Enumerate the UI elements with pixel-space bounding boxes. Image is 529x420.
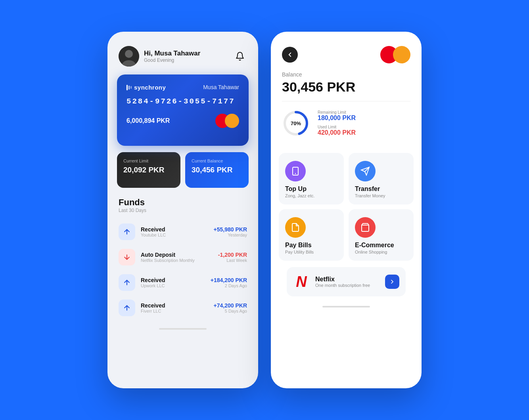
used-value: 420,000 PKR — [318, 129, 356, 136]
transaction-left: Received Upwork LLC — [119, 274, 165, 291]
current-balance-value: 30,456 PKR — [192, 166, 242, 174]
balance-label: Balance — [282, 71, 410, 78]
card-amount: 6,000,894 PKR — [126, 117, 170, 124]
current-balance-label: Current Balance — [192, 158, 242, 163]
transaction-name: Received — [141, 277, 165, 283]
greeting-sub: Good Evening — [144, 57, 200, 63]
netflix-icon: N — [293, 273, 310, 290]
service-sub: Online Shopping — [355, 250, 407, 254]
current-limit-value: 20,092 PKR — [123, 166, 174, 174]
current-limit-label: Current Limit — [123, 158, 174, 163]
service-name: Pay Bills — [285, 242, 337, 249]
netflix-desc: One month subscription free — [315, 283, 380, 288]
transaction-date: Yesterday — [214, 233, 247, 237]
credit-card: synchrony Musa Tahawar 5284-9726-3055-71… — [117, 74, 249, 146]
transaction-amount: +55,980 PKR — [214, 226, 247, 233]
transaction-icon — [119, 274, 135, 291]
service-card-e-commerce[interactable]: E-Commerce Online Shopping — [349, 209, 414, 261]
card-holder-name: Musa Tahawar — [203, 84, 239, 90]
transaction-left: Auto Deposit Netflix Subscription Monthl… — [119, 249, 195, 265]
transaction-date: 5 Days Ago — [214, 309, 247, 313]
transaction-right: +184,200 PKR 2 Days Ago — [211, 277, 247, 288]
brand-icon — [126, 85, 132, 90]
remaining-limit: Remaining Limit 180,000 PKR — [318, 110, 356, 122]
svg-point-1 — [125, 50, 133, 58]
transaction-name: Auto Deposit — [141, 252, 195, 258]
card-top: synchrony Musa Tahawar — [126, 84, 239, 91]
transaction-sub: Fiverr LLC — [141, 309, 165, 313]
transaction-right: +74,200 PKR 5 Days Ago — [214, 302, 247, 313]
service-card-pay-bills[interactable]: Pay Bills Pay Utility Bills — [279, 209, 344, 261]
greeting-text: Hi, Musa Tahawar Good Evening — [144, 50, 200, 63]
transaction-date: 2 Days Ago — [211, 283, 247, 288]
service-card-top-up[interactable]: Top Up Zong, Jazz etc. — [279, 153, 344, 204]
transaction-item: Received Youtube LLC +55,980 PKR Yesterd… — [119, 220, 247, 244]
netflix-banner[interactable]: N Netflix One month subscription free — [287, 267, 406, 296]
limit-details: Remaining Limit 180,000 PKR Used Limit 4… — [318, 110, 356, 136]
left-header: Hi, Musa Tahawar Good Evening — [107, 32, 258, 74]
greeting-name: Hi, Musa Tahawar — [144, 50, 200, 57]
transaction-left: Received Fiverr LLC — [119, 300, 165, 316]
transaction-icon — [119, 249, 135, 265]
transaction-sub: Youtube LLC — [141, 233, 166, 237]
transaction-item: Received Upwork LLC +184,200 PKR 2 Days … — [119, 270, 247, 295]
card-bottom: 6,000,894 PKR — [126, 114, 239, 128]
service-card-transfer[interactable]: Transfer Transfer Money — [349, 153, 414, 204]
transaction-item: Received Fiverr LLC +74,200 PKR 5 Days A… — [119, 296, 247, 320]
remaining-label: Remaining Limit — [318, 110, 356, 115]
service-sub: Pay Utility Bills — [285, 250, 337, 254]
service-name: Transfer — [355, 185, 407, 193]
service-sub: Transfer Money — [355, 193, 407, 198]
services-grid: Top Up Zong, Jazz etc. Transfer Transfer… — [279, 153, 414, 261]
mastercard-logo — [215, 114, 239, 128]
netflix-arrow[interactable] — [385, 275, 399, 289]
card-brand-name: synchrony — [134, 84, 166, 91]
donut-chart: 70% — [282, 109, 310, 137]
right-scroll-indicator — [271, 306, 422, 307]
netflix-name: Netflix — [315, 276, 380, 283]
balance-section: Balance 30,456 PKR 70% Remaining Limit 1… — [271, 71, 422, 153]
netflix-logo: N — [296, 274, 307, 289]
service-name: E-Commerce — [355, 242, 407, 249]
used-limit: Used Limit 420,000 PKR — [318, 125, 356, 136]
service-icon-purple — [285, 161, 306, 181]
limit-row: 70% Remaining Limit 180,000 PKR Used Lim… — [282, 109, 410, 137]
transaction-right: -1,200 PKR Last Week — [218, 252, 247, 263]
remaining-value: 180,000 PKR — [318, 115, 356, 121]
funds-title: Funds — [119, 197, 247, 208]
right-header — [271, 32, 422, 71]
netflix-text: Netflix One month subscription free — [315, 276, 380, 288]
left-phone: Hi, Musa Tahawar Good Evening — [107, 32, 258, 388]
transaction-left: Received Youtube LLC — [119, 223, 166, 240]
transaction-sub: Netflix Subscription Monthly — [141, 258, 195, 263]
transaction-date: Last Week — [218, 258, 247, 263]
transaction-icon — [119, 300, 135, 316]
phones-container: Hi, Musa Tahawar Good Evening — [107, 32, 422, 388]
avatar — [119, 46, 139, 67]
back-button[interactable] — [282, 47, 298, 63]
transaction-name: Received — [141, 302, 165, 309]
service-icon-orange — [285, 217, 306, 238]
service-sub: Zong, Jazz etc. — [285, 193, 337, 198]
transaction-right: +55,980 PKR Yesterday — [214, 226, 247, 237]
right-phone: Balance 30,456 PKR 70% Remaining Limit 1… — [271, 32, 422, 388]
used-label: Used Limit — [318, 125, 356, 129]
current-balance-card: Current Balance 30,456 PKR — [185, 152, 249, 188]
transaction-amount: +74,200 PKR — [214, 302, 247, 309]
transaction-item: Auto Deposit Netflix Subscription Monthl… — [119, 245, 247, 269]
scroll-indicator — [107, 328, 258, 330]
service-icon-blue — [355, 161, 376, 181]
donut-percent: 70% — [291, 120, 301, 126]
transaction-amount: -1,200 PKR — [218, 252, 247, 258]
transaction-name: Received — [141, 226, 166, 233]
funds-subtitle: Last 30 Days — [119, 208, 247, 213]
transaction-amount: +184,200 PKR — [211, 277, 247, 283]
balance-value: 30,456 PKR — [282, 79, 410, 95]
service-icon-red — [355, 217, 376, 238]
services-section: Top Up Zong, Jazz etc. Transfer Transfer… — [271, 153, 422, 296]
transaction-list: Received Youtube LLC +55,980 PKR Yesterd… — [119, 220, 247, 320]
bell-icon[interactable] — [233, 49, 247, 63]
card-brand: synchrony — [126, 84, 166, 91]
mastercard-icon — [380, 46, 410, 63]
service-name: Top Up — [285, 185, 337, 193]
